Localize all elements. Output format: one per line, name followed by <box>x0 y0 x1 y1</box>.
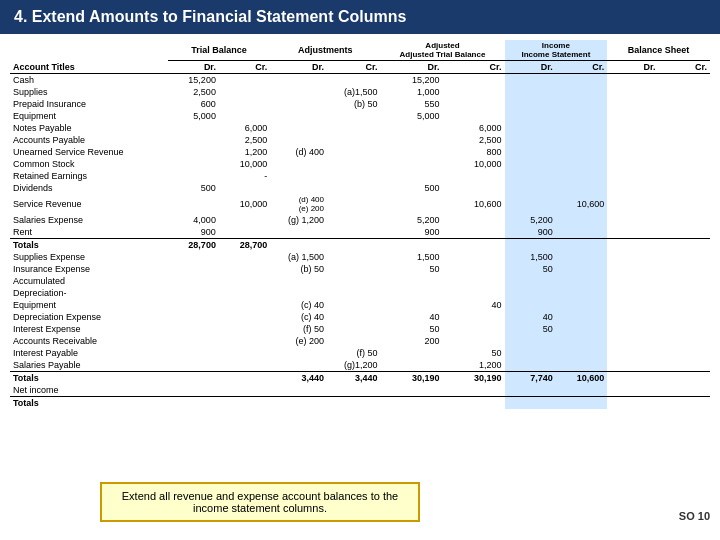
table-row: Accumulated <box>10 275 710 287</box>
bs_cr-cell <box>659 214 710 226</box>
atb_cr-cell <box>442 384 504 397</box>
adj_dr-cell: 3,440 <box>270 372 327 385</box>
is_cr-cell <box>556 134 607 146</box>
is_cr-cell: 10,600 <box>556 372 607 385</box>
is_dr-cell: 40 <box>505 311 556 323</box>
tb_cr-cell <box>219 251 270 263</box>
bs_dr-cell <box>607 335 658 347</box>
is_dr-cell <box>505 287 556 299</box>
tb_cr-cell <box>219 372 270 385</box>
bs_cr-cell <box>659 74 710 87</box>
tb_cr-cell <box>219 98 270 110</box>
bs_dr-cell <box>607 397 658 410</box>
adj-cr-header: Cr. <box>327 61 380 74</box>
atb_dr-cell <box>380 299 442 311</box>
tb_cr-cell: 2,500 <box>219 134 270 146</box>
bs_dr-cell <box>607 226 658 239</box>
is_dr-cell: 1,500 <box>505 251 556 263</box>
atb_dr-cell: 50 <box>380 263 442 275</box>
account-cell: Prepaid Insurance <box>10 98 168 110</box>
is_dr-cell: 7,740 <box>505 372 556 385</box>
account-cell: Totals <box>10 397 168 410</box>
bs_dr-cell <box>607 372 658 385</box>
tb_cr-cell <box>219 182 270 194</box>
is_dr-cell <box>505 122 556 134</box>
tb_dr-cell: 4,000 <box>168 214 219 226</box>
is_cr-cell <box>556 287 607 299</box>
atb_cr-cell: 40 <box>442 299 504 311</box>
adj_cr-cell <box>327 263 380 275</box>
table-row: Accounts Receivable(e) 200200 <box>10 335 710 347</box>
atb_cr-cell <box>442 98 504 110</box>
table-row: Equipment(c) 4040 <box>10 299 710 311</box>
is_dr-cell <box>505 110 556 122</box>
adj_cr-cell <box>327 384 380 397</box>
tb_dr-cell <box>168 263 219 275</box>
bs_cr-cell <box>659 98 710 110</box>
bs_cr-cell <box>659 158 710 170</box>
tb_cr-cell <box>219 226 270 239</box>
tb-dr-header: Dr. <box>168 61 219 74</box>
is_dr-cell: 50 <box>505 323 556 335</box>
account-cell: Net income <box>10 384 168 397</box>
atb-dr-header: Dr. <box>380 61 442 74</box>
account-cell: Supplies <box>10 86 168 98</box>
bs_cr-cell <box>659 194 710 214</box>
bs_cr-cell <box>659 275 710 287</box>
table-row: Cash15,20015,200 <box>10 74 710 87</box>
is-dr-header: Dr. <box>505 61 556 74</box>
adj_cr-cell <box>327 146 380 158</box>
worksheet-table: Account Titles Trial Balance Adjustments… <box>10 40 710 409</box>
atb_cr-cell: 30,190 <box>442 372 504 385</box>
is-cr-header: Cr. <box>556 61 607 74</box>
bs_dr-cell <box>607 251 658 263</box>
is_cr-cell <box>556 239 607 252</box>
tb_cr-cell <box>219 359 270 372</box>
atb_cr-cell <box>442 182 504 194</box>
adj_cr-cell: (a)1,500 <box>327 86 380 98</box>
adj_cr-cell <box>327 134 380 146</box>
bs_cr-cell <box>659 397 710 410</box>
atb_cr-cell: 50 <box>442 347 504 359</box>
table-row: Interest Expense(f) 505050 <box>10 323 710 335</box>
bs_dr-cell <box>607 134 658 146</box>
account-cell: Common Stock <box>10 158 168 170</box>
account-cell: Interest Expense <box>10 323 168 335</box>
adj_cr-cell <box>327 323 380 335</box>
tb_dr-cell: 900 <box>168 226 219 239</box>
adj_cr-cell: 3,440 <box>327 372 380 385</box>
account-cell: Equipment <box>10 299 168 311</box>
adj_cr-cell: (b) 50 <box>327 98 380 110</box>
atb_dr-cell: 5,200 <box>380 214 442 226</box>
is_cr-cell <box>556 397 607 410</box>
is_dr-cell <box>505 182 556 194</box>
tb_cr-cell <box>219 74 270 87</box>
account-cell: Salaries Payable <box>10 359 168 372</box>
atb_cr-cell <box>442 287 504 299</box>
tb_dr-cell <box>168 251 219 263</box>
bs_cr-cell <box>659 170 710 182</box>
table-row: Salaries Expense4,000(g) 1,2005,2005,200 <box>10 214 710 226</box>
adj_dr-cell <box>270 287 327 299</box>
adjustments-header: Adjustments <box>270 40 380 61</box>
adj_dr-cell <box>270 158 327 170</box>
bs_dr-cell <box>607 214 658 226</box>
is_dr-cell <box>505 194 556 214</box>
table-row: Accounts Payable2,5002,500 <box>10 134 710 146</box>
tb_dr-cell: 2,500 <box>168 86 219 98</box>
atb_cr-cell <box>442 311 504 323</box>
adj_cr-cell <box>327 311 380 323</box>
is_cr-cell <box>556 158 607 170</box>
bs_cr-cell <box>659 251 710 263</box>
is_cr-cell <box>556 226 607 239</box>
bs_cr-cell <box>659 263 710 275</box>
atb_dr-cell <box>380 397 442 410</box>
is_dr-cell <box>505 384 556 397</box>
adj_dr-cell <box>270 134 327 146</box>
adj_cr-cell: (g)1,200 <box>327 359 380 372</box>
atb_cr-cell <box>442 335 504 347</box>
account-cell: Accounts Payable <box>10 134 168 146</box>
is_cr-cell <box>556 146 607 158</box>
is_cr-cell <box>556 311 607 323</box>
adj_dr-cell <box>270 397 327 410</box>
